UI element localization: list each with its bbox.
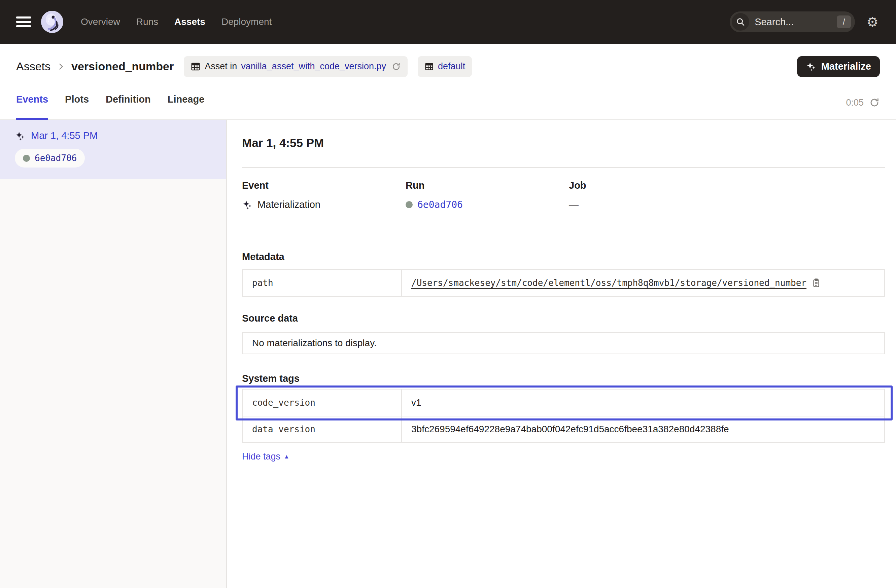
- reload-definition-icon[interactable]: [392, 62, 401, 71]
- metadata-key: path: [243, 270, 402, 296]
- tab-plots[interactable]: Plots: [65, 89, 89, 120]
- group-default-link[interactable]: default: [438, 61, 465, 71]
- event-type-value: Materialization: [258, 199, 320, 210]
- metadata-table: path /Users/smackesey/stm/code/elementl/…: [242, 269, 885, 297]
- tab-events[interactable]: Events: [16, 89, 48, 120]
- asset-header: Assets versioned_number Asset in vanilla…: [0, 44, 896, 89]
- asset-name-title: versioned_number: [72, 60, 174, 73]
- sparkle-icon: [806, 61, 817, 72]
- materialize-button[interactable]: Materialize: [797, 56, 880, 77]
- job-column: Job —: [569, 180, 885, 210]
- event-detail-title: Mar 1, 4:55 PM: [242, 136, 885, 150]
- run-status-dot: [405, 201, 413, 208]
- sparkle-icon: [242, 199, 253, 210]
- tag-value: v1: [411, 397, 421, 408]
- job-label: Job: [569, 180, 885, 191]
- source-data-empty-message: No materializations to display.: [242, 332, 885, 354]
- table-row-data-version: data_version 3bfc269594ef649228e9a74bab0…: [243, 416, 884, 442]
- tag-key: data_version: [243, 416, 402, 442]
- nav-item-runs[interactable]: Runs: [136, 17, 158, 27]
- tag-key: code_version: [243, 389, 402, 416]
- clipboard-copy-icon[interactable]: [811, 278, 821, 288]
- materialize-label: Materialize: [821, 61, 871, 72]
- refresh-icon[interactable]: [869, 97, 880, 108]
- breadcrumb: Assets versioned_number: [16, 60, 174, 73]
- asset-location-badge[interactable]: Asset in vanilla_asset_with_code_version…: [184, 56, 408, 77]
- top-navigation-bar: Overview Runs Assets Deployment Search..…: [0, 0, 896, 44]
- breadcrumb-assets-link[interactable]: Assets: [16, 60, 50, 73]
- event-label: Event: [242, 180, 405, 191]
- asset-definition-file-link[interactable]: vanilla_asset_with_code_version.py: [241, 61, 386, 71]
- event-timestamp-link[interactable]: Mar 1, 4:55 PM: [31, 130, 98, 141]
- run-id-chip[interactable]: 6e0ad706: [15, 149, 85, 167]
- sparkle-icon: [15, 131, 26, 141]
- run-id-link[interactable]: 6e0ad706: [418, 199, 463, 210]
- run-status-dot: [23, 155, 30, 162]
- menu-hamburger-icon[interactable]: [16, 17, 31, 27]
- chevron-right-icon: [56, 62, 65, 71]
- event-column: Event Materialization: [242, 180, 405, 210]
- system-tags-table: code_version v1 data_version 3bfc269594e…: [242, 389, 885, 443]
- nav-item-deployment[interactable]: Deployment: [221, 17, 272, 27]
- global-search-input[interactable]: Search... /: [730, 11, 855, 32]
- events-sidebar: Mar 1, 4:55 PM 6e0ad706: [0, 120, 227, 588]
- settings-gear-icon[interactable]: ⚙: [866, 15, 879, 29]
- event-detail-panel: Mar 1, 4:55 PM Event Materialization: [227, 120, 896, 588]
- run-column: Run 6e0ad706: [405, 180, 569, 210]
- tag-value: 3bfc269594ef649228e9a74bab00f042efc91d5a…: [411, 424, 729, 435]
- nav-links: Overview Runs Assets Deployment: [81, 17, 272, 27]
- asset-location-prefix: Asset in: [205, 61, 237, 71]
- source-data-heading: Source data: [242, 313, 885, 324]
- search-icon: [732, 13, 749, 30]
- nav-item-assets[interactable]: Assets: [174, 17, 205, 27]
- run-label: Run: [405, 180, 569, 191]
- tab-lineage[interactable]: Lineage: [168, 89, 205, 120]
- table-grid-icon: [190, 62, 201, 71]
- system-tags-heading: System tags: [242, 373, 885, 384]
- search-shortcut-key: /: [837, 15, 851, 28]
- job-empty-value: —: [569, 199, 579, 210]
- search-placeholder: Search...: [754, 17, 794, 27]
- refresh-countdown: 0:05: [846, 97, 864, 108]
- asset-tabs-bar: Events Plots Definition Lineage 0:05: [0, 89, 896, 120]
- hide-tags-link[interactable]: Hide tags ▲: [242, 451, 290, 462]
- nav-item-overview[interactable]: Overview: [81, 17, 120, 27]
- table-row: path /Users/smackesey/stm/code/elementl/…: [243, 270, 884, 296]
- divider: [242, 167, 885, 168]
- hide-tags-label: Hide tags: [242, 451, 280, 462]
- tab-definition[interactable]: Definition: [106, 89, 151, 120]
- table-grid-icon: [424, 62, 434, 71]
- dagster-logo[interactable]: [41, 11, 63, 33]
- run-id-label: 6e0ad706: [35, 153, 77, 163]
- event-list-item[interactable]: Mar 1, 4:55 PM 6e0ad706: [0, 120, 226, 179]
- metadata-heading: Metadata: [242, 251, 885, 262]
- tabs: Events Plots Definition Lineage: [16, 89, 204, 119]
- asset-group-badge[interactable]: default: [418, 56, 472, 77]
- table-row-code-version: code_version v1: [243, 389, 884, 416]
- path-value-link[interactable]: /Users/smackesey/stm/code/elementl/oss/t…: [411, 278, 806, 288]
- caret-up-icon: ▲: [284, 454, 290, 459]
